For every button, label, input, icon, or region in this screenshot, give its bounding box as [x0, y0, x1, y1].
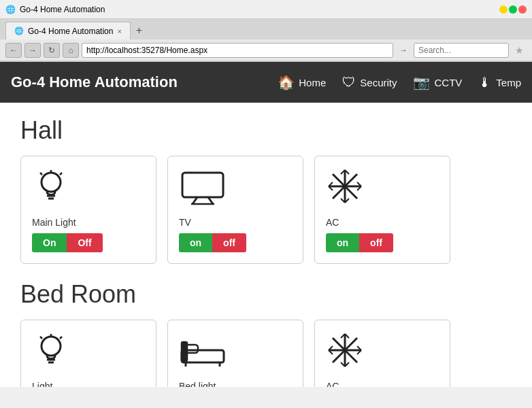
hall-tv-icon	[179, 167, 227, 214]
browser-tab[interactable]: 🌐 Go-4 Home Automation ×	[5, 22, 131, 39]
app-content: Go-4 Home Automation 🏠 Home 🛡 Security 📷…	[0, 62, 532, 387]
bedroom-light-icon	[32, 331, 70, 378]
browser-title: Go-4 Home Automation	[20, 5, 105, 14]
hall-ac-icon	[326, 167, 364, 214]
svg-line-27	[60, 337, 62, 339]
nav-links: 🏠 Home 🛡 Security 📷 CCTV 🌡 Temp	[278, 74, 521, 90]
hall-section: Hall Main Light	[20, 116, 512, 264]
hall-tv-off-button[interactable]: off	[212, 233, 246, 252]
svg-rect-30	[182, 342, 187, 361]
bedroom-ac-icon	[326, 331, 364, 378]
bedroom-title: Bed Room	[20, 280, 512, 309]
bedroom-cards: Light on off	[20, 320, 512, 387]
hall-tv-label: TV	[179, 217, 191, 228]
home-link[interactable]: 🏠 Home	[278, 74, 326, 90]
minimize-button[interactable]	[499, 5, 508, 14]
hall-main-light-on-button[interactable]: On	[32, 233, 67, 252]
main-content: Hall Main Light	[0, 103, 532, 387]
hall-main-light-toggle: On Off	[32, 233, 103, 252]
svg-point-0	[41, 173, 61, 192]
security-link-label: Security	[360, 77, 397, 88]
tab-label: Go-4 Home Automation	[28, 27, 113, 36]
home-link-label: Home	[299, 77, 326, 88]
svg-rect-6	[182, 173, 223, 197]
go-button[interactable]: →	[396, 43, 411, 58]
maximize-button[interactable]	[509, 5, 517, 14]
back-button[interactable]: ←	[5, 43, 22, 58]
cctv-icon: 📷	[413, 74, 430, 90]
hall-main-light-icon	[32, 167, 70, 214]
hall-ac-card: AC on off	[314, 156, 450, 264]
cctv-link[interactable]: 📷 CCTV	[413, 74, 462, 90]
hall-main-light-label: Main Light	[32, 217, 76, 228]
search-input[interactable]	[414, 43, 509, 58]
refresh-button[interactable]: ↻	[44, 43, 60, 58]
hall-main-light-off-button[interactable]: Off	[67, 233, 102, 252]
hall-ac-on-button[interactable]: on	[326, 233, 359, 252]
temp-icon: 🌡	[478, 75, 492, 90]
url-input[interactable]	[82, 43, 393, 58]
svg-line-26	[40, 337, 42, 339]
home-nav-icon: 🏠	[278, 74, 295, 90]
home-nav-button[interactable]: ⌂	[63, 43, 79, 58]
hall-tv-card: TV on off	[167, 156, 303, 264]
bedroom-ac-label: AC	[326, 381, 339, 387]
bedroom-section: Bed Room Light	[20, 280, 512, 387]
bedroom-bed-light-label: Bed light	[179, 381, 216, 387]
hall-cards: Main Light On Off	[20, 156, 512, 264]
hall-ac-toggle: on off	[326, 233, 393, 252]
hall-ac-label: AC	[326, 217, 339, 228]
bedroom-ac-card: AC on off	[314, 320, 450, 387]
shield-icon: 🛡	[342, 75, 356, 90]
hall-main-light-card: Main Light On Off	[20, 156, 156, 264]
app-brand: Go-4 Home Automation	[11, 73, 278, 91]
svg-rect-28	[182, 350, 224, 362]
svg-point-22	[41, 337, 61, 356]
new-tab-button[interactable]: +	[131, 22, 148, 39]
hall-title: Hall	[20, 116, 512, 145]
bedroom-light-label: Light	[32, 381, 52, 387]
bookmark-button[interactable]: ★	[512, 43, 527, 58]
app-navbar: Go-4 Home Automation 🏠 Home 🛡 Security 📷…	[0, 62, 532, 103]
hall-ac-off-button[interactable]: off	[359, 233, 393, 252]
svg-line-4	[40, 173, 42, 175]
cctv-link-label: CCTV	[434, 77, 462, 88]
hall-tv-on-button[interactable]: on	[179, 233, 212, 252]
close-window-button[interactable]	[518, 5, 527, 14]
temp-link-label: Temp	[496, 77, 521, 88]
security-link[interactable]: 🛡 Security	[342, 75, 397, 90]
tab-close-icon[interactable]: ×	[117, 27, 121, 35]
bedroom-bed-light-card: Bed light on off	[167, 320, 303, 387]
svg-line-5	[60, 173, 62, 175]
bedroom-light-card: Light on off	[20, 320, 156, 387]
forward-button[interactable]: →	[24, 43, 41, 58]
temp-link[interactable]: 🌡 Temp	[478, 75, 521, 90]
tab-favicon-icon: 🌐	[14, 27, 24, 35]
tab-favicon: 🌐	[5, 5, 16, 14]
hall-tv-toggle: on off	[179, 233, 246, 252]
bedroom-bed-icon	[179, 331, 227, 378]
